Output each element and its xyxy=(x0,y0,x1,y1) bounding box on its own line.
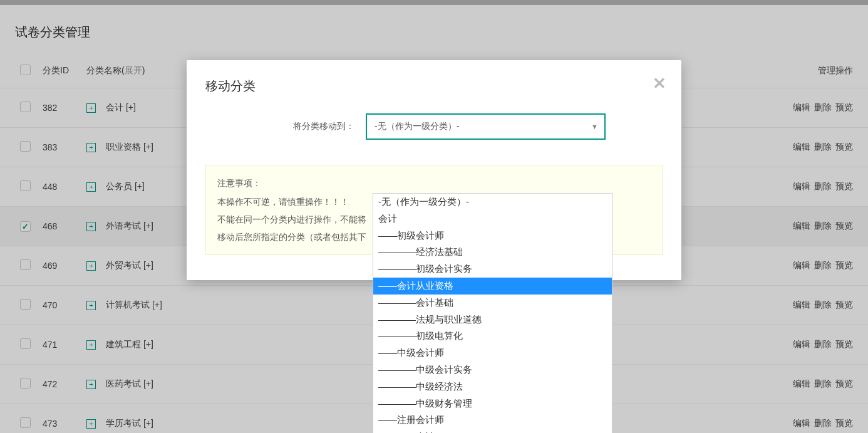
dropdown-item[interactable]: ————初级会计实务 xyxy=(373,261,612,278)
select-row: 将分类移动到： -无（作为一级分类）- ▼ xyxy=(205,113,663,140)
dropdown-item[interactable]: ————经济法基础 xyxy=(373,244,612,261)
dropdown-item[interactable]: ——初级会计师 xyxy=(373,227,612,244)
dropdown-scroll[interactable]: -无（作为一级分类）-会计——初级会计师————经济法基础————初级会计实务—… xyxy=(373,194,612,433)
dropdown-item[interactable]: ————初级电算化 xyxy=(373,328,612,345)
dropdown-item[interactable]: ——中级会计师 xyxy=(373,345,612,362)
select-label: 将分类移动到： xyxy=(293,121,354,132)
dropdown-item[interactable]: 会计 xyxy=(373,211,612,227)
dropdown-item[interactable]: ————法规与职业道德 xyxy=(373,311,612,328)
dropdown-item[interactable]: ————会计基础 xyxy=(373,295,612,311)
dropdown-item[interactable]: ————中级财务管理 xyxy=(373,395,612,412)
category-dropdown[interactable]: -无（作为一级分类）-会计——初级会计师————经济法基础————初级会计实务—… xyxy=(373,193,612,433)
modal-overlay[interactable]: ✕ 移动分类 将分类移动到： -无（作为一级分类）- ▼ 注意事项： 本操作不可… xyxy=(0,0,868,433)
chevron-down-icon: ▼ xyxy=(591,123,598,130)
dropdown-item[interactable]: ————会计 xyxy=(373,429,612,433)
notice-title: 注意事项： xyxy=(217,174,651,192)
category-select[interactable]: -无（作为一级分类）- ▼ xyxy=(366,113,606,140)
dropdown-item[interactable]: -无（作为一级分类）- xyxy=(373,194,612,211)
select-value: -无（作为一级分类）- xyxy=(375,121,459,132)
dropdown-item[interactable]: ——注册会计师 xyxy=(373,412,612,429)
dropdown-item[interactable]: ————中级会计实务 xyxy=(373,362,612,378)
dropdown-item[interactable]: ————中级经济法 xyxy=(373,378,612,395)
dropdown-item[interactable]: ——会计从业资格 xyxy=(373,278,612,295)
move-category-modal: ✕ 移动分类 将分类移动到： -无（作为一级分类）- ▼ 注意事项： 本操作不可… xyxy=(187,60,681,280)
close-icon[interactable]: ✕ xyxy=(653,75,666,91)
modal-title: 移动分类 xyxy=(205,78,663,95)
